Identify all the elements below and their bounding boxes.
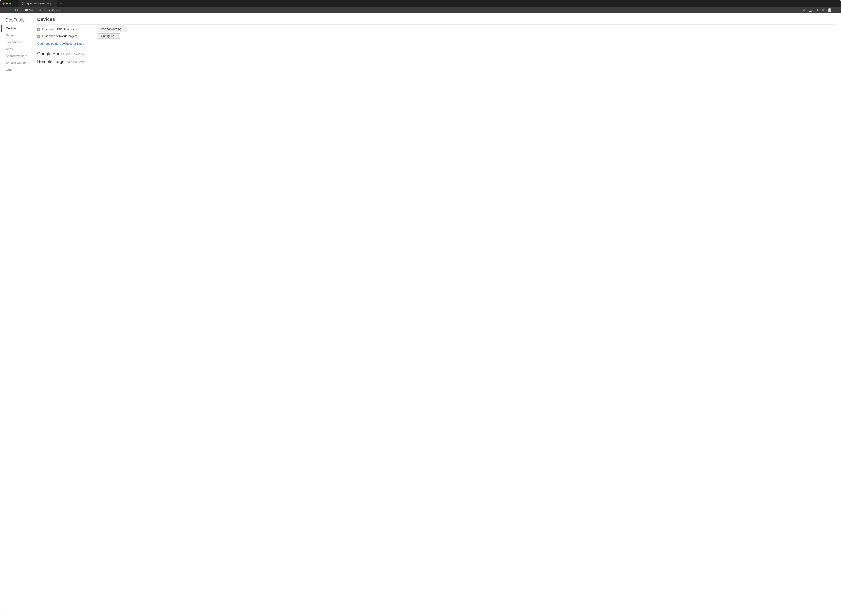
- collections-icon[interactable]: [814, 7, 819, 13]
- window-controls: [1, 3, 13, 4]
- target-row: Google Home #192.168.86.63: [37, 51, 836, 56]
- edge-badge: Edge: [25, 9, 34, 12]
- option-row: Discover network targets Configure...: [37, 34, 836, 39]
- titlebar: Inspect with Edge Developer T ✕ ＋: [0, 0, 841, 7]
- sidebar-item-label: Devices: [6, 27, 17, 30]
- port-forwarding-button[interactable]: Port forwarding...: [98, 26, 127, 32]
- back-button[interactable]: [2, 7, 7, 13]
- sidebar-item-label: Shared workers: [6, 54, 27, 58]
- url-scheme: edge://: [38, 9, 45, 12]
- svg-point-13: [835, 10, 835, 10]
- main-panel: Devices Discover USB devices Port forwar…: [35, 13, 841, 616]
- discover-usb-option[interactable]: Discover USB devices: [37, 27, 94, 31]
- sidebar-item-label: Service workers: [6, 61, 28, 65]
- favorite-icon[interactable]: [801, 7, 807, 13]
- url-text: edge://inspect/#devices: [38, 9, 63, 12]
- profile-avatar[interactable]: [827, 7, 832, 13]
- sidebar-item-shared-workers[interactable]: Shared workers: [1, 53, 35, 60]
- page-content: DevTools Devices Pages Extensions Apps S…: [0, 13, 841, 616]
- edge-icon: [25, 9, 28, 12]
- divider: [37, 24, 836, 25]
- forward-button[interactable]: [8, 7, 13, 13]
- open-node-devtools-link[interactable]: Open dedicated DevTools for Node: [37, 42, 84, 45]
- target-row: Remote Target #LOCALHOST: [37, 59, 836, 64]
- target-name: Remote Target: [37, 59, 66, 64]
- toolbar-right: [795, 7, 839, 13]
- zoom-icon[interactable]: [795, 7, 800, 13]
- checkbox-checked-icon: [37, 35, 40, 38]
- extension-icon[interactable]: [820, 7, 826, 13]
- svg-point-14: [836, 10, 836, 10]
- maximize-window-button[interactable]: [9, 3, 11, 4]
- svg-marker-4: [803, 9, 805, 11]
- new-tab-button[interactable]: ＋: [57, 2, 65, 5]
- close-window-button[interactable]: [3, 3, 4, 4]
- checkbox-checked-icon: [37, 28, 40, 31]
- sidebar-item-apps[interactable]: Apps: [1, 46, 35, 53]
- url-host: inspect: [45, 9, 53, 12]
- svg-point-15: [837, 10, 837, 10]
- sidebar-item-label: Extensions: [6, 41, 21, 44]
- close-tab-button[interactable]: ✕: [53, 2, 55, 5]
- minimize-window-button[interactable]: [6, 3, 8, 4]
- svg-point-2: [797, 9, 798, 11]
- url-path: /#devices: [53, 9, 63, 12]
- sidebar-item-service-workers[interactable]: Service workers: [1, 60, 35, 66]
- svg-line-3: [798, 10, 798, 11]
- target-address: #192.168.86.63: [66, 53, 84, 56]
- sidebar-brand: DevTools: [1, 17, 35, 25]
- option-label: Discover USB devices: [42, 27, 74, 31]
- more-menu-icon[interactable]: [834, 7, 838, 13]
- svg-marker-5: [809, 9, 812, 11]
- page-title: Devices: [37, 17, 836, 24]
- sidebar-item-extensions[interactable]: Extensions: [1, 39, 35, 46]
- option-label: Discover network targets: [42, 34, 77, 38]
- sidebar-item-label: Pages: [6, 34, 15, 37]
- tab-title: Inspect with Edge Developer T: [25, 2, 51, 5]
- sidebar-item-devices[interactable]: Devices: [1, 25, 35, 32]
- configure-button[interactable]: Configure...: [98, 34, 120, 39]
- sidebar-item-label: Other: [6, 68, 13, 72]
- sidebar: DevTools Devices Pages Extensions Apps S…: [0, 13, 35, 616]
- favorites-bar-icon[interactable]: [808, 7, 813, 13]
- target-address: #LOCALHOST: [68, 61, 84, 63]
- sidebar-item-other[interactable]: Other: [1, 66, 35, 73]
- sidebar-list: Devices Pages Extensions Apps Shared wor…: [1, 25, 35, 73]
- edge-badge-label: Edge: [29, 9, 34, 12]
- sidebar-item-label: Apps: [6, 47, 13, 51]
- divider: [36, 9, 36, 12]
- browser-tab[interactable]: Inspect with Edge Developer T ✕: [19, 0, 57, 7]
- browser-window: Inspect with Edge Developer T ✕ ＋ Edge e…: [0, 0, 841, 616]
- refresh-button[interactable]: [14, 7, 19, 13]
- svg-point-10: [822, 9, 823, 10]
- discover-network-option[interactable]: Discover network targets: [37, 34, 94, 38]
- target-name: Google Home: [37, 51, 64, 56]
- address-bar[interactable]: Edge edge://inspect/#devices: [20, 9, 794, 12]
- option-row: Discover USB devices Port forwarding...: [37, 26, 836, 32]
- document-icon: [21, 2, 24, 5]
- sidebar-item-pages[interactable]: Pages: [1, 32, 35, 39]
- toolbar: Edge edge://inspect/#devices: [0, 7, 841, 13]
- divider: [37, 48, 836, 48]
